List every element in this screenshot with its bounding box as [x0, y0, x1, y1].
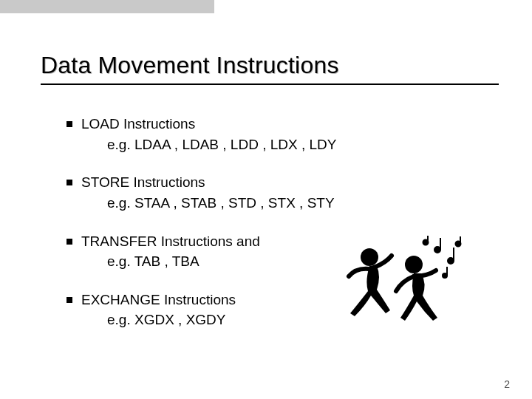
- dancing-figures-clipart-icon: [340, 235, 466, 338]
- square-bullet-icon: [66, 239, 72, 245]
- top-grey-bar: [0, 0, 214, 13]
- square-bullet-icon: [66, 297, 72, 303]
- slide-title: Data Movement Instructions: [41, 52, 499, 79]
- square-bullet-icon: [66, 180, 72, 185]
- svg-point-0: [434, 247, 440, 253]
- bullet-subtext: e.g. LDAA , LDAB , LDD , LDX , LDY: [107, 135, 499, 154]
- list-item: STORE Instructions e.g. STAA , STAB , ST…: [66, 173, 499, 212]
- svg-point-6: [405, 256, 423, 273]
- page-number: 2: [504, 378, 510, 390]
- bullet-subtext: e.g. STAA , STAB , STD , STX , STY: [107, 194, 499, 213]
- title-underline: [41, 83, 499, 85]
- svg-point-5: [361, 248, 378, 266]
- bullet-heading: LOAD Instructions: [81, 115, 499, 134]
- bullet-heading: STORE Instructions: [81, 173, 499, 192]
- square-bullet-icon: [66, 121, 72, 127]
- dotted-background-strip: [0, 15, 41, 399]
- list-item: LOAD Instructions e.g. LDAA , LDAB , LDD…: [66, 115, 499, 154]
- svg-point-1: [448, 258, 454, 264]
